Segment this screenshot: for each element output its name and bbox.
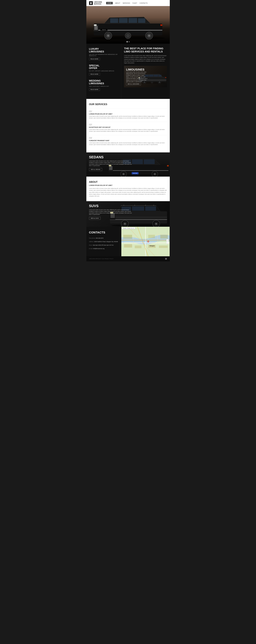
- sedans-btn[interactable]: SEE ALL SEDANS: [89, 168, 102, 171]
- logo[interactable]: LIMOUSINE SERVICES: [89, 1, 102, 5]
- contact-hours-value: 9am-6pm MON-FRI 5am-2pm SAT-SU: [93, 244, 114, 246]
- about-subtitle: LOREM IPSUM DOLOR SIT AMET: [89, 184, 167, 186]
- service-item-2: 02/ EXCEPTEUR SINT OCCAECAT Lorem ipsum …: [89, 122, 167, 132]
- map-topbar[interactable]: Glasgow, Glasgow City, UK: [122, 228, 135, 229]
- svg-rect-12: [160, 24, 162, 26]
- hero-section: EQUUS: [86, 6, 170, 44]
- feature-luxury-btn[interactable]: READ MORE: [89, 58, 100, 60]
- nav-about[interactable]: ABOUT: [115, 2, 120, 4]
- hero-dots: [127, 41, 130, 42]
- feature-wedding: WEDDINGLIMOUSINES FOR YOUR MOST SPECIAL …: [89, 80, 119, 91]
- map-roads-svg: Glasgow: [121, 227, 170, 256]
- features-right: THE BEST PLACE FOR FINDING LIMO SERVICES…: [121, 44, 170, 99]
- feature-luxury-sub: 10% OFF ANY RESERVATION WEEKENDS OR WEEK…: [89, 54, 119, 56]
- feature-wedding-btn[interactable]: READ MORE: [89, 88, 100, 91]
- map[interactable]: Glasgow Glasgow, Glasgow City, UK + −: [121, 227, 170, 256]
- svg-rect-91: [124, 244, 132, 248]
- svg-rect-97: [160, 235, 168, 238]
- limo-card-btn[interactable]: SEE ALL LIMOUSINES: [126, 83, 141, 85]
- map-zoom-controls: + −: [166, 239, 169, 244]
- nav-home[interactable]: HOME: [106, 2, 113, 4]
- svg-rect-5: [119, 18, 128, 23]
- svg-rect-7: [138, 18, 145, 23]
- limo-card-desc: Lorem ipsum dolor sit amet conse ctetur …: [126, 71, 147, 82]
- service-2-name: EXCEPTEUR SINT OCCAECAT: [89, 126, 167, 128]
- svg-rect-96: [148, 235, 155, 238]
- feature-wedding-sub: FOR YOUR MOST SPECIAL DAY: [89, 86, 119, 87]
- service-3-desc: Lorem ipsum dolor sit amet conse ctetur …: [89, 142, 167, 146]
- svg-rect-6: [128, 18, 137, 23]
- contacts-section: CONTACTS Free phone: 800-456-6578 Addres…: [86, 227, 170, 256]
- service-3-name: CURDATAT PROIDENT SUNT: [89, 140, 167, 142]
- suvs-btn[interactable]: SEE ALL SUVS: [89, 217, 101, 220]
- feature-wedding-title: WEDDINGLIMOUSINES: [89, 80, 119, 85]
- map-zoom-out[interactable]: −: [166, 242, 169, 244]
- logo-text: LIMOUSINE SERVICES: [94, 1, 102, 5]
- limousines-card: LIMOUSINES Lorem ipsum dolor sit amet co…: [124, 66, 167, 87]
- service-3-number: 03/: [89, 137, 167, 139]
- contact-hours-label: Hours:: [89, 244, 93, 246]
- service-1-name: LOREM IPSUM DOLOR SIT AMET: [89, 113, 167, 115]
- nav-fleet[interactable]: FLEET: [133, 2, 137, 4]
- contact-phone: Free phone: 800-456-6578: [89, 237, 119, 239]
- svg-point-20: [126, 34, 130, 38]
- contact-phone-value: 800-456-6578: [96, 238, 103, 239]
- feature-luxury-title: LUXURYLIMOUSINES: [89, 48, 119, 53]
- suvs-desc: Lorem ipsum dolor sit amet conse ctetur …: [89, 209, 132, 216]
- service-2-desc: Lorem ipsum dolor sit amet conse ctetur …: [89, 129, 167, 132]
- nav-services[interactable]: SERVICES: [123, 2, 130, 4]
- sedans-title: SEDANS: [89, 155, 167, 159]
- svg-rect-11: [94, 24, 97, 26]
- contact-address-label: Address:: [89, 241, 94, 242]
- map-zoom-in[interactable]: +: [166, 239, 169, 241]
- feature-luxury: LUXURYLIMOUSINES 10% OFF ANY RESERVATION…: [89, 48, 119, 60]
- contact-address-value: 2638 Hawthorn Road, Glasgow City, MG648: [94, 241, 118, 242]
- service-item-3: 03/ CURDATAT PROIDENT SUNT Lorem ipsum d…: [89, 135, 167, 146]
- suvs-card: SUVS Lorem ipsum dolor sit amet conse ct…: [86, 201, 170, 227]
- feature-special: SPECIALOFFER $10 OFF AIRPORT LIMOUSINE S…: [89, 64, 119, 76]
- about-title: ABOUT: [89, 180, 167, 184]
- svg-point-18: [148, 35, 150, 37]
- hero-car-svg: EQUUS: [88, 10, 168, 40]
- nav-contacts[interactable]: CONTACTS: [139, 2, 148, 4]
- contact-email: E-mail: info@limoservice.org: [89, 247, 119, 250]
- svg-marker-103: [166, 258, 166, 259]
- svg-point-15: [107, 35, 109, 37]
- hero-dot-2[interactable]: [128, 41, 130, 42]
- about-text: Lorem ipsum dolor sit amet conse ctetur …: [89, 188, 167, 197]
- our-services-title: OUR SERVICES: [89, 103, 167, 106]
- svg-point-101: [148, 241, 149, 242]
- feature-special-btn[interactable]: READ MORE: [89, 73, 100, 76]
- svg-text:EQUUS: EQUUS: [102, 29, 106, 30]
- our-services-section: OUR SERVICES 01/ LOREM IPSUM DOLOR SIT A…: [86, 99, 170, 152]
- feature-special-title: SPECIALOFFER: [89, 64, 119, 70]
- limo-card-title: LIMOUSINES: [126, 68, 165, 71]
- contacts-left: CONTACTS Free phone: 800-456-6578 Addres…: [86, 227, 121, 256]
- footer-scroll-indicator: [165, 258, 167, 260]
- service-1-number: 01/: [89, 110, 167, 112]
- about-section: ABOUT LOREM IPSUM DOLOR SIT AMET Lorem i…: [86, 176, 170, 201]
- features-section: LUXURYLIMOUSINES 10% OFF ANY RESERVATION…: [86, 44, 170, 99]
- nav-links: HOME ABOUT SERVICES FLEET CONTACTS: [106, 2, 148, 4]
- sedans-card: SIM 1580 SEDANS Lorem ipsum dolor sit am…: [86, 152, 170, 176]
- service-2-number: 02/: [89, 124, 167, 126]
- logo-icon: [89, 1, 93, 5]
- contacts-right: Glasgow Glasgow, Glasgow City, UK + −: [121, 227, 170, 256]
- svg-text:Glasgow: Glasgow: [150, 245, 155, 246]
- contact-email-label: E-mail:: [89, 248, 93, 249]
- svg-rect-94: [159, 246, 168, 248]
- svg-rect-95: [123, 235, 132, 239]
- svg-rect-4: [110, 18, 118, 23]
- feature-special-sub: $10 OFF AIRPORT LIMOUSINE SERVICE: [89, 70, 119, 72]
- contact-hours: Hours: 9am-6pm MON-FRI 5am-2pm SAT-SU: [89, 244, 119, 246]
- best-place-body: Lorem ipsum dolor sit amet conse ctetur …: [124, 55, 167, 64]
- footer: LIMOUSINE SERVICES © 2014 PRIVACY POLICY: [86, 256, 170, 262]
- footer-copyright: LIMOUSINE SERVICES © 2014 PRIVACY POLICY: [89, 258, 114, 259]
- hero-dot-1[interactable]: [127, 41, 128, 42]
- contact-email-value: info@limoservice.org: [93, 248, 104, 249]
- service-item-1: 01/ LOREM IPSUM DOLOR SIT AMET Lorem ips…: [89, 108, 167, 119]
- svg-rect-10: [94, 26, 98, 30]
- contacts-title: CONTACTS: [89, 231, 119, 234]
- suvs-overlay: SUVS Lorem ipsum dolor sit amet conse ct…: [86, 201, 170, 227]
- hero-car-wrap: EQUUS: [86, 6, 170, 44]
